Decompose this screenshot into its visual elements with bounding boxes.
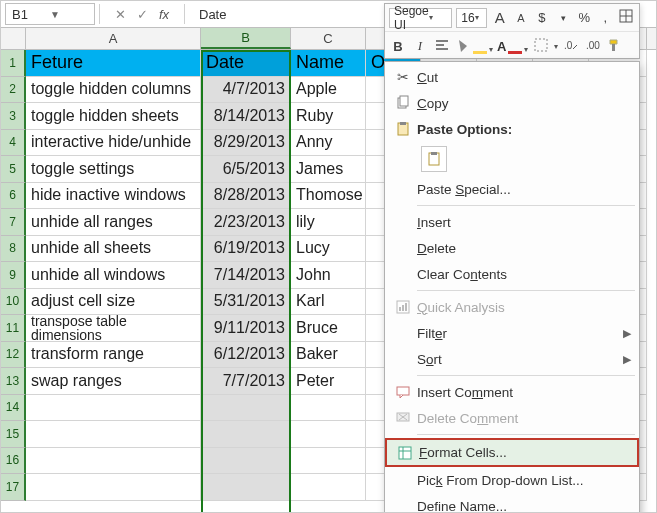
cell[interactable]: 5/31/2013 [201, 289, 291, 316]
cell[interactable]: 8/28/2013 [201, 183, 291, 210]
cell[interactable] [291, 474, 366, 501]
cell[interactable] [26, 474, 201, 501]
select-all-corner[interactable] [1, 28, 26, 49]
decimal-decrease-icon[interactable]: .0 [562, 37, 580, 56]
row-header[interactable]: 2 [1, 77, 26, 104]
row-header[interactable]: 7 [1, 209, 26, 236]
cell[interactable]: hide inactive windows [26, 183, 201, 210]
cell[interactable] [26, 448, 201, 475]
cell[interactable]: Bruce [291, 315, 366, 342]
cell[interactable]: 6/19/2013 [201, 236, 291, 263]
cell[interactable]: Lucy [291, 236, 366, 263]
row-header[interactable]: 3 [1, 103, 26, 130]
menu-insert[interactable]: Insert [385, 209, 639, 235]
menu-format-cells[interactable]: Format Cells... [385, 438, 639, 467]
cell[interactable]: Karl [291, 289, 366, 316]
cell[interactable]: 7/14/2013 [201, 262, 291, 289]
cell[interactable]: Thomose [291, 183, 366, 210]
menu-delete[interactable]: Delete [385, 235, 639, 261]
cell[interactable]: lily [291, 209, 366, 236]
chevron-down-icon[interactable]: ▼ [50, 9, 88, 20]
row-header[interactable]: 11 [1, 315, 26, 342]
bold-button[interactable]: B [389, 39, 407, 54]
cell[interactable]: Feture [26, 50, 201, 77]
row-header[interactable]: 15 [1, 421, 26, 448]
row-header[interactable]: 6 [1, 183, 26, 210]
name-box[interactable]: B1 ▼ [5, 3, 95, 25]
comma-icon[interactable]: , [597, 10, 614, 25]
row-header[interactable]: 14 [1, 395, 26, 422]
col-header-C[interactable]: C [291, 28, 366, 49]
percent-icon[interactable]: % [576, 10, 593, 25]
enter-icon[interactable]: ✓ [132, 7, 152, 22]
cell[interactable] [291, 448, 366, 475]
row-header[interactable]: 12 [1, 342, 26, 369]
cell[interactable]: 2/23/2013 [201, 209, 291, 236]
cell[interactable]: 8/14/2013 [201, 103, 291, 130]
cell[interactable]: transform range [26, 342, 201, 369]
cell[interactable]: unhide all sheets [26, 236, 201, 263]
italic-button[interactable]: I [411, 38, 429, 54]
font-name-dropdown[interactable]: Segoe UI ▾ [389, 8, 452, 28]
formula-input[interactable]: Date [189, 7, 226, 22]
cell[interactable] [201, 421, 291, 448]
menu-copy[interactable]: Copy [385, 90, 639, 116]
cell[interactable]: swap ranges [26, 368, 201, 395]
cell[interactable]: 4/7/2013 [201, 77, 291, 104]
cell[interactable]: Apple [291, 77, 366, 104]
cell[interactable]: unhide all windows [26, 262, 201, 289]
cell[interactable]: adjust cell size [26, 289, 201, 316]
cell[interactable]: transpose table dimensions [26, 315, 201, 342]
row-header[interactable]: 17 [1, 474, 26, 501]
row-header[interactable]: 13 [1, 368, 26, 395]
menu-filter[interactable]: Filter▶ [385, 320, 639, 346]
cell[interactable]: Peter [291, 368, 366, 395]
paste-option-default[interactable] [385, 142, 639, 176]
cell[interactable]: Baker [291, 342, 366, 369]
cell[interactable] [26, 395, 201, 422]
cell[interactable]: 7/7/2013 [201, 368, 291, 395]
row-header[interactable]: 1 [1, 50, 26, 77]
menu-pick-list[interactable]: Pick From Drop-down List... [385, 467, 639, 493]
row-header[interactable]: 10 [1, 289, 26, 316]
cell[interactable] [201, 448, 291, 475]
cell[interactable]: toggle settings [26, 156, 201, 183]
cell[interactable]: 8/29/2013 [201, 130, 291, 157]
menu-define-name[interactable]: Define Name... [385, 493, 639, 513]
decrease-font-icon[interactable]: A [512, 12, 529, 24]
cell[interactable]: toggle hidden columns [26, 77, 201, 104]
cell[interactable]: unhide all ranges [26, 209, 201, 236]
row-header[interactable]: 4 [1, 130, 26, 157]
currency-icon[interactable]: $ [533, 10, 550, 25]
menu-paste-special[interactable]: Paste Special... [385, 176, 639, 202]
menu-clear-contents[interactable]: Clear Contents [385, 261, 639, 287]
font-color-button[interactable]: A ▾ [497, 39, 528, 54]
cell[interactable] [201, 395, 291, 422]
border-style-icon[interactable] [532, 37, 550, 56]
cell[interactable] [26, 421, 201, 448]
cell[interactable]: James [291, 156, 366, 183]
fill-color-button[interactable]: ▾ [455, 38, 493, 54]
cell[interactable]: 6/12/2013 [201, 342, 291, 369]
cell[interactable] [291, 395, 366, 422]
cell[interactable] [291, 421, 366, 448]
font-size-dropdown[interactable]: 16 ▾ [456, 8, 487, 28]
col-header-A[interactable]: A [26, 28, 201, 49]
cell[interactable]: 6/5/2013 [201, 156, 291, 183]
cell[interactable]: toggle hidden sheets [26, 103, 201, 130]
decimal-increase-icon[interactable]: .00 [584, 37, 602, 56]
col-header-B[interactable]: B [201, 28, 291, 49]
row-header[interactable]: 8 [1, 236, 26, 263]
increase-font-icon[interactable]: A [491, 9, 508, 26]
cell[interactable]: Date [201, 50, 291, 77]
format-painter-icon[interactable] [606, 37, 624, 56]
cell[interactable]: Name [291, 50, 366, 77]
cancel-icon[interactable]: ✕ [110, 7, 130, 22]
cell[interactable]: 9/11/2013 [201, 315, 291, 342]
menu-cut[interactable]: ✂ Cut [385, 64, 639, 90]
cell[interactable]: interactive hide/unhide [26, 130, 201, 157]
row-header[interactable]: 16 [1, 448, 26, 475]
cell[interactable]: Ruby [291, 103, 366, 130]
menu-insert-comment[interactable]: Insert Comment [385, 379, 639, 405]
cell[interactable]: John [291, 262, 366, 289]
